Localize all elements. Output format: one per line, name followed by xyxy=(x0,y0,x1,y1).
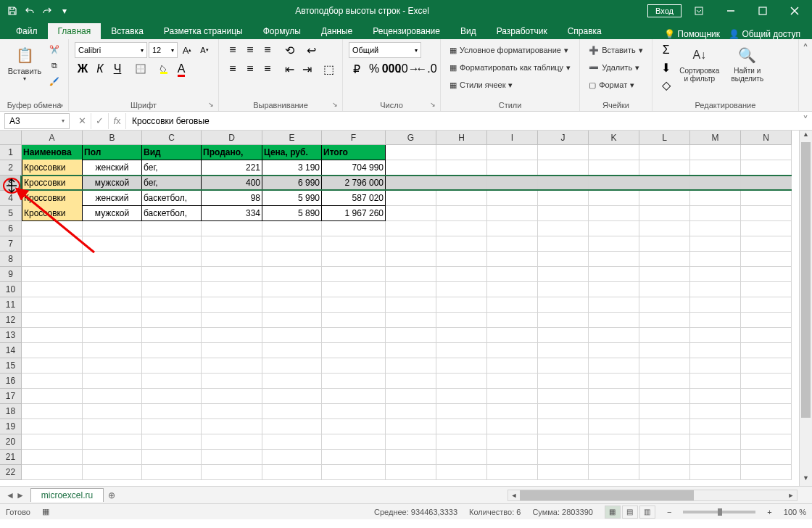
cell[interactable] xyxy=(589,450,639,465)
cell[interactable] xyxy=(487,267,538,282)
cell[interactable] xyxy=(690,236,741,252)
row-header[interactable]: 9 xyxy=(0,267,22,282)
cell[interactable] xyxy=(639,267,690,282)
tab-view[interactable]: Вид xyxy=(450,23,486,39)
cell[interactable] xyxy=(202,328,262,343)
cell[interactable] xyxy=(22,267,83,282)
cell[interactable] xyxy=(83,267,142,282)
column-header[interactable]: C xyxy=(142,131,202,145)
cell[interactable] xyxy=(487,389,538,404)
row-header[interactable]: 21 xyxy=(0,450,22,465)
tab-help[interactable]: Справка xyxy=(558,23,612,39)
cell[interactable] xyxy=(142,297,202,313)
number-launcher[interactable]: ↘ xyxy=(430,101,439,110)
cell[interactable] xyxy=(83,419,142,434)
cell[interactable] xyxy=(487,328,538,343)
cell[interactable] xyxy=(322,267,386,282)
cell[interactable]: бег, xyxy=(142,160,202,176)
cell[interactable] xyxy=(322,282,386,297)
cell[interactable] xyxy=(322,404,386,419)
cell[interactable] xyxy=(22,450,83,465)
sheet-tab-active[interactable]: microexcel.ru xyxy=(30,488,104,502)
cell[interactable] xyxy=(741,282,792,297)
cell[interactable] xyxy=(487,419,538,434)
cell[interactable] xyxy=(436,434,487,450)
cell[interactable] xyxy=(436,282,487,297)
cell[interactable] xyxy=(142,252,202,267)
login-button[interactable]: Вход xyxy=(647,4,682,17)
cell[interactable]: Кроссовки xyxy=(22,175,83,191)
cell[interactable] xyxy=(589,282,639,297)
cell[interactable] xyxy=(741,206,792,221)
italic-button[interactable]: К xyxy=(92,61,108,77)
normal-view-button[interactable]: ▦ xyxy=(605,506,621,519)
sort-filter-button[interactable]: A↓ Сортировка и фильтр xyxy=(677,42,722,84)
cell[interactable]: Кроссовки xyxy=(22,190,83,206)
cell[interactable] xyxy=(538,297,589,313)
cell[interactable] xyxy=(538,282,589,297)
cell[interactable] xyxy=(83,343,142,358)
cell[interactable] xyxy=(487,206,538,221)
cell[interactable] xyxy=(142,389,202,404)
cell[interactable] xyxy=(639,297,690,313)
cell[interactable] xyxy=(202,252,262,267)
cell[interactable] xyxy=(22,236,83,252)
cell[interactable] xyxy=(202,343,262,358)
tab-home[interactable]: Главная xyxy=(48,23,102,39)
find-select-button[interactable]: 🔍 Найти и выделить xyxy=(725,42,770,84)
cell[interactable] xyxy=(83,434,142,450)
fill-color-button[interactable] xyxy=(156,61,172,77)
cell-styles-button[interactable]: ▦Стили ячеек ▾ xyxy=(447,77,515,93)
cell[interactable] xyxy=(487,313,538,328)
cell[interactable] xyxy=(436,465,487,480)
cell[interactable] xyxy=(538,236,589,252)
cell[interactable] xyxy=(639,236,690,252)
cell[interactable] xyxy=(690,419,741,434)
cell[interactable] xyxy=(487,297,538,313)
cell[interactable] xyxy=(538,389,589,404)
cell[interactable] xyxy=(386,465,436,480)
cell[interactable] xyxy=(386,267,436,282)
cell[interactable] xyxy=(538,176,589,191)
row-header[interactable]: 16 xyxy=(0,374,22,389)
cell[interactable] xyxy=(589,191,639,206)
cell[interactable] xyxy=(322,465,386,480)
cell[interactable] xyxy=(142,313,202,328)
cell[interactable]: 1 967 260 xyxy=(322,206,386,221)
cell[interactable] xyxy=(142,267,202,282)
cell[interactable] xyxy=(741,328,792,343)
cell[interactable]: 400 xyxy=(202,176,262,191)
cell[interactable] xyxy=(83,297,142,313)
cell[interactable] xyxy=(436,404,487,419)
cell[interactable] xyxy=(83,450,142,465)
cell[interactable] xyxy=(142,236,202,252)
row-header[interactable]: 19 xyxy=(0,419,22,434)
cell[interactable] xyxy=(202,297,262,313)
column-header[interactable]: M xyxy=(690,131,741,145)
cell[interactable] xyxy=(639,465,690,480)
cell[interactable] xyxy=(639,145,690,160)
cell[interactable] xyxy=(538,374,589,389)
cell[interactable] xyxy=(436,236,487,252)
cell[interactable] xyxy=(436,145,487,160)
cell[interactable] xyxy=(202,374,262,389)
clipboard-launcher[interactable]: ↘ xyxy=(58,101,67,110)
zoom-in-button[interactable]: + xyxy=(767,508,771,516)
cell[interactable] xyxy=(538,358,589,374)
cell[interactable] xyxy=(262,343,322,358)
cell[interactable] xyxy=(436,267,487,282)
cell[interactable] xyxy=(142,434,202,450)
cell[interactable] xyxy=(690,434,741,450)
cell[interactable] xyxy=(22,221,83,236)
cell[interactable] xyxy=(639,343,690,358)
cell[interactable] xyxy=(262,465,322,480)
cell[interactable] xyxy=(589,297,639,313)
cell[interactable] xyxy=(487,465,538,480)
cell[interactable] xyxy=(202,358,262,374)
cell[interactable] xyxy=(690,145,741,160)
cell[interactable] xyxy=(436,358,487,374)
cell[interactable] xyxy=(639,252,690,267)
row-header[interactable]: 12 xyxy=(0,313,22,328)
increase-indent-button[interactable]: ⇥ xyxy=(299,61,315,77)
column-header[interactable]: H xyxy=(436,131,487,145)
